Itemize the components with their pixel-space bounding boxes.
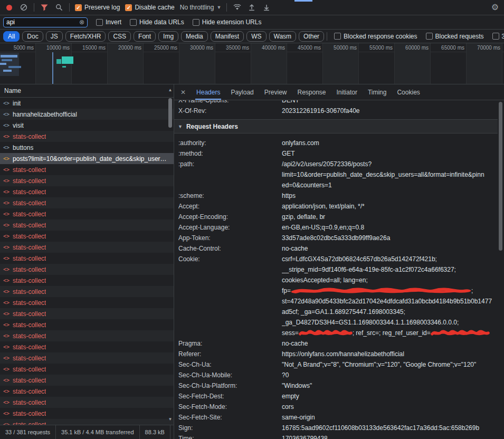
scroll-down-arrow[interactable]: ▼ [167,417,173,422]
request-row[interactable]: <>stats-collect [0,175,174,186]
tab-preview[interactable]: Preview [259,84,292,100]
details-tabs: HeadersPayloadPreviewResponseInitiatorTi… [191,84,425,100]
type-filter-js[interactable]: JS [46,31,63,42]
request-row[interactable]: <>stats-collect [0,264,174,275]
request-row[interactable]: <>stats-collect [0,275,174,286]
request-row[interactable]: <>stats-collect [0,319,174,330]
filter-input[interactable] [6,18,77,26]
timeline-tick-label: 10000 ms [46,45,72,51]
scroll-up-arrow[interactable]: ▲ [167,88,173,92]
disable-cache-checkbox[interactable]: Disable cache [125,4,174,11]
hide-extension-urls-checkbox[interactable]: Hide extension URLs [193,18,262,26]
blocked-requests-checkbox[interactable]: Blocked requests [426,33,484,40]
search-button[interactable] [54,3,64,12]
request-row[interactable]: <>stats-collect [0,286,174,297]
tab-timing[interactable]: Timing [363,84,392,100]
tab-payload[interactable]: Payload [225,84,259,100]
request-name: stats-collect [13,233,46,240]
checkbox-icon[interactable] [96,19,103,26]
checkbox-icon[interactable] [334,33,341,40]
type-filter-doc[interactable]: Doc [22,31,43,42]
request-row[interactable]: <>buttons [0,142,174,153]
import-har-button[interactable] [247,3,256,12]
close-details-button[interactable]: ✕ [175,89,191,96]
header-row: :authority:onlyfans.com [174,138,498,148]
scrollbar-thumb[interactable] [168,98,172,128]
throttling-select[interactable]: No throttling ▼ [180,4,222,11]
request-list-scrollbar[interactable]: ▲ ▼ [167,84,173,425]
type-filter-manifest[interactable]: Manifest [211,31,244,42]
request-row[interactable]: <>stats-collect [0,164,174,175]
header-value-line: sess=; ref_src=; reg_ref_user_id= [282,328,498,338]
request-row[interactable]: <>stats-collect [0,242,174,253]
type-filter-img[interactable]: Img [158,31,178,42]
checkbox-checked-icon[interactable] [125,4,132,11]
request-row[interactable]: <>posts?limit=10&order=publish_date_desc… [0,153,174,164]
request-row[interactable]: <>stats-collect [0,419,174,425]
request-row[interactable]: <>visit [0,120,174,131]
filter-input-wrap[interactable]: ⊗ [3,17,88,27]
request-row[interactable]: <>stats-collect [0,253,174,264]
tab-cookies[interactable]: Cookies [392,84,425,100]
request-row[interactable]: <>stats-collect [0,330,174,341]
request-row[interactable]: <>stats-collect [0,352,174,364]
tab-headers[interactable]: Headers [191,84,225,100]
request-row[interactable]: <>stats-collect [0,197,174,208]
checkbox-icon[interactable] [492,33,499,40]
request-row[interactable]: <>stats-collect [0,186,174,197]
tab-response[interactable]: Response [292,84,331,100]
type-filter-other[interactable]: Other [299,31,324,42]
filter-button[interactable] [40,3,49,12]
request-row[interactable]: <>stats-collect [0,219,174,231]
type-filter-css[interactable]: CSS [108,31,131,42]
invert-checkbox[interactable]: Invert [96,18,121,26]
search-icon [55,4,63,11]
request-row[interactable]: <>stats-collect [0,386,174,397]
clear-filter-icon[interactable]: ⊗ [79,18,84,26]
type-filter-ws[interactable]: WS [246,31,266,42]
request-row[interactable]: <>stats-collect [0,408,174,419]
type-filter-font[interactable]: Font [134,31,156,42]
tab-initiator[interactable]: Initiator [331,84,363,100]
request-row[interactable]: <>init [0,98,174,109]
request-row[interactable]: <>hannahelizabethofficial [0,109,174,120]
checkbox-icon[interactable] [130,19,137,26]
network-conditions-button[interactable] [232,3,242,12]
request-name: stats-collect [13,421,46,425]
request-row[interactable]: <>stats-collect [0,131,174,142]
type-filter-all[interactable]: All [3,31,20,42]
header-row: Sec-Fetch-Site:same-origin [174,412,498,423]
blocked-response-cookies-checkbox[interactable]: Blocked response cookies [334,33,417,40]
checkbox-icon[interactable] [193,19,199,26]
checkbox-checked-icon[interactable] [75,4,82,11]
transferred-size: 35.1 kB / 4.4 MB transferred [56,425,140,439]
details-tab-bar: ✕ HeadersPayloadPreviewResponseInitiator… [174,84,504,100]
request-row[interactable]: <>stats-collect [0,341,174,352]
checkbox-icon[interactable] [426,33,433,40]
request-row[interactable]: <>stats-collect [0,208,174,219]
details-scrollbar[interactable] [498,101,503,439]
request-row[interactable]: <>stats-collect [0,297,174,308]
request-name: stats-collect [13,244,46,251]
record-button[interactable] [4,3,14,12]
clear-button[interactable] [19,3,28,12]
name-column-header[interactable]: Name [0,84,174,98]
network-overview[interactable]: 5000 ms10000 ms15000 ms20000 ms25000 ms3… [0,43,504,84]
3rd-party-requests-checkbox[interactable]: 3rd-party requests [492,33,504,40]
request-row[interactable]: <>stats-collect [0,375,174,386]
type-filter-wasm[interactable]: Wasm [269,31,297,42]
type-filter-media[interactable]: Media [181,31,208,42]
scrollbar-thumb[interactable] [499,102,502,251]
request-row[interactable]: <>stats-collect [0,308,174,319]
request-name: visit [13,122,24,129]
request-row[interactable]: <>stats-collect [0,231,174,242]
type-filter-fetch-xhr[interactable]: Fetch/XHR [65,31,106,42]
settings-button[interactable]: ⚙ [490,3,500,12]
hide-data-urls-checkbox[interactable]: Hide data URLs [130,18,184,26]
request-row[interactable]: <>stats-collect [0,397,174,408]
request-headers-section[interactable]: ▼ Request Headers [174,119,498,133]
export-har-button[interactable] [262,3,271,12]
preserve-log-checkbox[interactable]: Preserve log [75,4,120,11]
request-row[interactable]: <>stats-collect [0,364,174,375]
request-name: stats-collect [13,255,46,262]
